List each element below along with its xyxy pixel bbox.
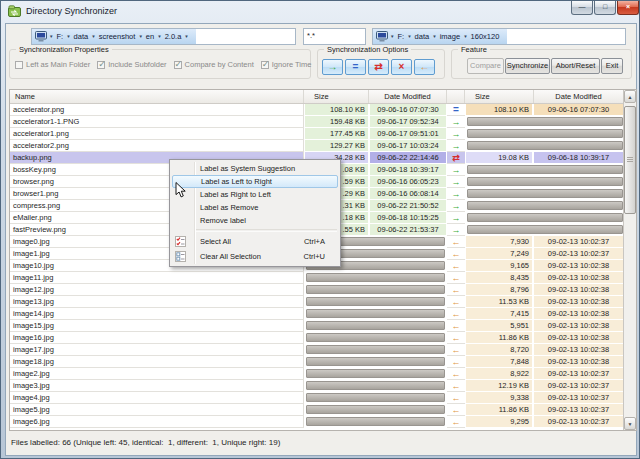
breadcrumb-item-screenshot[interactable]: screenshot (97, 32, 138, 41)
computer-icon[interactable] (35, 28, 48, 45)
table-row[interactable]: image14.jpg←7,41509-02-13 10:02:38 (10, 308, 624, 320)
breadcrumb-item-data[interactable]: data (413, 32, 432, 41)
filter-input[interactable]: *.* (303, 28, 366, 45)
synchronize-button[interactable]: Synchronize (505, 58, 550, 74)
abort-reset-button[interactable]: Abort/Reset (551, 58, 600, 74)
app-icon (8, 5, 21, 18)
column-header-size-1[interactable]: Size (304, 90, 369, 103)
arrow-left-icon: ← (452, 344, 461, 356)
breadcrumb-item-image[interactable]: image (438, 32, 462, 41)
right-size-cell: 7,848 (466, 356, 533, 368)
menu-item-label: Select All (200, 237, 231, 246)
checkbox-include-subfolder[interactable]: ✓Include Subfolder (97, 60, 166, 69)
row-state-cell: → (447, 200, 465, 212)
checkbox-box: ✓ (261, 61, 269, 69)
table-row[interactable]: accelerator2.png129.27 KB09-06-17 10:03:… (10, 140, 624, 152)
exit-button[interactable]: Exit (601, 58, 623, 74)
table-row[interactable]: image4.jpg←9,33809-02-13 10:02:37 (10, 392, 624, 404)
scroll-up-button[interactable]: ▲ (624, 90, 636, 103)
close-button[interactable]: × (617, 1, 639, 15)
row-state-cell: ← (447, 236, 465, 248)
right-size-cell: 8,796 (466, 284, 533, 296)
right-size-cell: 7,249 (466, 248, 533, 260)
table-row[interactable]: image17.jpg←8,72009-02-13 10:02:38 (10, 344, 624, 356)
chevron-down-icon[interactable]: ▼ (183, 34, 189, 39)
menu-item-label-as-remove[interactable]: Label as Remove (170, 201, 340, 214)
right-date-cell: 09-02-13 10:02:38 (534, 332, 623, 344)
table-row[interactable]: image18.jpg←7,84809-02-13 10:02:38 (10, 356, 624, 368)
table-row[interactable]: image5.jpg←11.86 KB09-02-13 10:02:37 (10, 404, 624, 416)
checkbox-left-as-main-folder[interactable]: Left as Main Folder (15, 60, 90, 69)
name-cell: image6.jpg (10, 416, 304, 428)
arrow-right-icon: → (452, 140, 461, 152)
right-date-cell: 09-02-13 10:02:37 (534, 392, 623, 404)
column-header-size-4[interactable]: Size (465, 90, 534, 103)
label-different-button[interactable]: ⇄ (368, 59, 389, 75)
table-row[interactable]: image13.jpg←11.53 KB09-02-13 10:02:38 (10, 296, 624, 308)
empty-right-bar (467, 165, 623, 174)
menu-item-select-all[interactable]: Select AllCtrl+A (170, 234, 340, 249)
table-row[interactable]: image11.jpg←8,43509-02-13 10:02:38 (10, 272, 624, 284)
table-row[interactable]: image3.jpg←12.19 KB09-02-13 10:02:37 (10, 380, 624, 392)
arrow-left-icon: ← (452, 368, 461, 380)
arrow-left-icon: ← (452, 248, 461, 260)
label-remove-button[interactable]: × (391, 59, 412, 75)
row-state-cell: ← (447, 416, 465, 428)
checkbox-ignore-time[interactable]: ✓Ignore Time (261, 60, 312, 69)
right-size-cell: 5,951 (466, 320, 533, 332)
breadcrumb-item-f[interactable]: F: (54, 32, 65, 41)
table-row[interactable]: accelerator.png108.10 KB09-06-16 07:07:3… (10, 104, 624, 116)
breadcrumb-item-160x120[interactable]: 160x120 (469, 32, 502, 41)
breadcrumb-item-en[interactable]: en (144, 32, 156, 41)
label-right-to-left-button[interactable]: ← (414, 59, 435, 75)
checkbox-compare-by-content[interactable]: ✓Compare by Content (174, 60, 254, 69)
arrow-left-icon: ← (452, 404, 461, 416)
label-left-to-right-button[interactable]: → (322, 59, 343, 75)
left-date-cell: 09-06-17 10:03:24 (370, 140, 446, 152)
left-size-cell: 129.27 KB (305, 140, 369, 152)
table-row[interactable]: accelerator1-1.PNG159.48 KB09-06-17 09:5… (10, 116, 624, 128)
row-state-cell: → (447, 176, 465, 188)
name-cell: image3.jpg (10, 380, 304, 392)
menu-item-remove-label[interactable]: Remove label (170, 214, 340, 227)
arrow-left-icon: ← (452, 284, 461, 296)
computer-icon[interactable] (376, 28, 389, 45)
menu-item-clear-all-selection[interactable]: Clear All SelectionCtrl+U (170, 249, 340, 264)
table-row[interactable]: image15.jpg←5,95109-02-13 10:02:38 (10, 320, 624, 332)
table-row[interactable]: accelerator1.png177.45 KB09-06-17 09:51:… (10, 128, 624, 140)
menu-item-label-as-left-to-right[interactable]: Label as Left to Right (172, 175, 338, 188)
right-date-cell: 09-02-13 10:02:37 (534, 368, 623, 380)
label-identical-button[interactable]: = (345, 59, 366, 75)
menu-separator (196, 229, 337, 232)
scroll-down-button[interactable]: ▼ (624, 417, 636, 430)
right-size-cell: 108.10 KB (466, 104, 533, 116)
compare-button[interactable]: Compare (467, 58, 504, 74)
minimize-button[interactable]: — (571, 1, 593, 15)
menu-item-label-as-system-suggestion[interactable]: Label as System Suggestion (170, 162, 340, 175)
menu-item-label-as-right-to-left[interactable]: Label as Right to Left (170, 188, 340, 201)
maximize-button[interactable]: □ (594, 1, 616, 15)
row-state-cell: ← (447, 248, 465, 260)
vertical-scrollbar[interactable]: ▲ ▼ (623, 90, 636, 430)
right-date-cell: 09-02-13 10:02:38 (534, 296, 623, 308)
column-header-icon[interactable] (447, 90, 465, 103)
right-date-cell: 09-02-13 10:02:37 (534, 248, 623, 260)
empty-left-bar (306, 273, 445, 282)
column-header-name-0[interactable]: Name (10, 90, 304, 103)
table-row[interactable]: image12.jpg←8,79609-02-13 10:02:38 (10, 284, 624, 296)
scrollbar-thumb[interactable] (624, 106, 636, 214)
column-header-date-modified-5[interactable]: Date Modified (534, 90, 624, 103)
breadcrumb-item-2-0-a[interactable]: 2.0.a (163, 32, 184, 41)
table-row[interactable]: image2.jpg←8,92209-02-13 10:02:37 (10, 368, 624, 380)
table-row[interactable]: image6.jpg←9,29509-02-13 10:02:37 (10, 416, 624, 428)
right-date-cell: 09-02-13 10:02:37 (534, 404, 623, 416)
checkbox-label: Include Subfolder (108, 60, 166, 69)
arrow-right-icon: → (452, 200, 461, 212)
breadcrumb-item-data[interactable]: data (72, 32, 91, 41)
column-header-date-modified-2[interactable]: Date Modified (369, 90, 447, 103)
select-all-icon (175, 236, 186, 247)
empty-right-bar (467, 129, 623, 138)
table-row[interactable]: image16.jpg←11.86 KB09-02-13 10:02:38 (10, 332, 624, 344)
name-cell: image12.jpg (10, 284, 304, 296)
breadcrumb-item-f[interactable]: F: (395, 32, 406, 41)
